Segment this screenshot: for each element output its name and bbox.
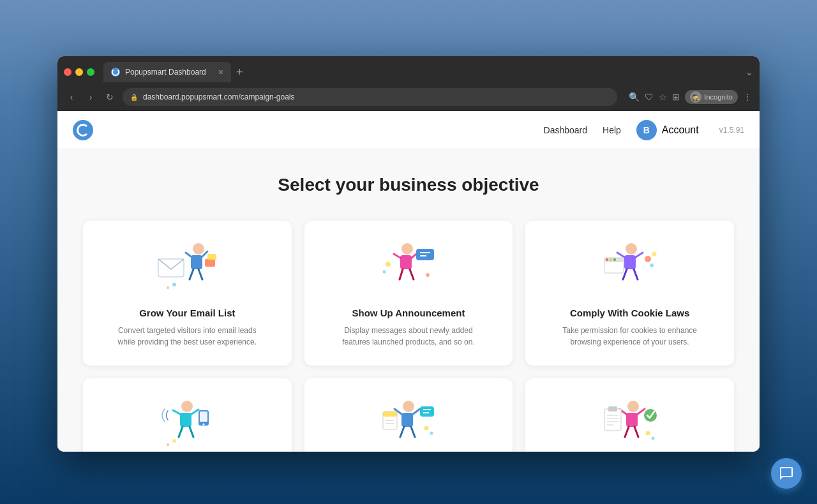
version-tag: v1.5.91 xyxy=(719,126,744,135)
svg-point-45 xyxy=(203,424,205,426)
incognito-badge[interactable]: 🕵 Incognito xyxy=(685,90,738,104)
tab-bar: Popupsmart Dashboard × + ⌄ xyxy=(57,56,760,83)
tab-title: Popupsmart Dashboard xyxy=(125,68,206,77)
svg-point-32 xyxy=(610,258,612,261)
dashboard-link[interactable]: Dashboard xyxy=(544,125,588,135)
svg-line-67 xyxy=(625,427,629,437)
more-icon[interactable]: ⋮ xyxy=(743,92,752,102)
new-tab-button[interactable]: + xyxy=(236,66,243,79)
incognito-icon: 🕵 xyxy=(690,91,701,103)
svg-line-25 xyxy=(636,253,643,257)
svg-rect-2 xyxy=(191,255,202,269)
svg-rect-12 xyxy=(400,255,412,269)
svg-rect-44 xyxy=(200,411,207,422)
svg-rect-49 xyxy=(401,413,413,427)
cards-grid: Grow Your Email List Convert targeted vi… xyxy=(83,221,734,452)
svg-point-37 xyxy=(181,401,193,412)
svg-line-16 xyxy=(410,269,414,279)
svg-line-53 xyxy=(411,427,415,437)
traffic-lights xyxy=(64,68,94,76)
svg-rect-24 xyxy=(624,255,636,269)
navbar: Dashboard Help B Account v1.5.91 xyxy=(57,111,760,149)
card-desc-announcement: Display messages about newly added featu… xyxy=(338,325,479,348)
svg-point-9 xyxy=(172,283,176,286)
svg-line-15 xyxy=(400,269,403,279)
svg-point-35 xyxy=(652,252,656,256)
account-button[interactable]: B Account xyxy=(636,120,699,140)
illustration-email-list xyxy=(155,240,219,297)
svg-line-40 xyxy=(173,410,180,414)
svg-line-14 xyxy=(394,254,400,258)
page-title: Select your business objective xyxy=(83,175,734,195)
page-content: Dashboard Help B Account v1.5.91 Select … xyxy=(57,111,760,452)
card-email-list[interactable]: Grow Your Email List Convert targeted vi… xyxy=(83,221,292,366)
help-link[interactable]: Help xyxy=(603,125,621,135)
search-icon[interactable]: 🔍 xyxy=(629,92,640,102)
svg-point-61 xyxy=(424,426,428,431)
grid-icon[interactable]: ⊞ xyxy=(672,92,680,102)
svg-rect-55 xyxy=(383,411,397,417)
svg-line-50 xyxy=(413,409,420,414)
svg-rect-64 xyxy=(626,413,638,427)
logo[interactable] xyxy=(73,120,93,140)
svg-point-11 xyxy=(401,243,413,255)
card-cookie-laws[interactable]: Comply With Cookie Laws Take permission … xyxy=(525,221,734,366)
svg-point-36 xyxy=(650,263,654,267)
svg-line-42 xyxy=(190,427,193,437)
tab-actions-icon[interactable]: ⌄ xyxy=(746,67,753,77)
illustration-phone-calls xyxy=(155,397,219,452)
browser-tab[interactable]: Popupsmart Dashboard × xyxy=(103,62,231,82)
svg-line-41 xyxy=(179,427,183,437)
card-phone-calls[interactable]: Increase Phone Calls Enhance your call t… xyxy=(83,378,292,452)
svg-point-10 xyxy=(167,286,169,289)
svg-rect-69 xyxy=(604,409,621,431)
address-bar: ‹ › ↻ 🔒 dashboard.popupsmart.com/campaig… xyxy=(57,83,760,111)
svg-point-22 xyxy=(426,273,430,277)
svg-point-34 xyxy=(645,256,651,262)
svg-line-26 xyxy=(617,253,624,257)
card-announcement[interactable]: Show Up Announcement Display messages ab… xyxy=(304,221,513,366)
card-title-email-list: Grow Your Email List xyxy=(139,308,235,318)
svg-point-48 xyxy=(403,401,414,412)
svg-rect-58 xyxy=(420,406,434,417)
forward-button[interactable]: › xyxy=(84,92,97,102)
svg-line-68 xyxy=(634,427,638,437)
maximize-button[interactable] xyxy=(87,68,94,76)
card-products[interactable]: Promote Your Products Market your produc… xyxy=(304,378,513,452)
tab-favicon xyxy=(111,68,120,77)
account-avatar: B xyxy=(636,120,657,140)
shield-icon[interactable]: 🛡 xyxy=(645,92,654,102)
svg-line-4 xyxy=(186,253,191,256)
svg-point-76 xyxy=(645,431,650,436)
card-title-announcement: Show Up Announcement xyxy=(352,308,465,318)
url-field[interactable]: 🔒 dashboard.popupsmart.com/campaign-goal… xyxy=(123,88,617,106)
svg-point-31 xyxy=(606,258,608,261)
incognito-label: Incognito xyxy=(704,93,733,101)
svg-line-39 xyxy=(191,410,199,414)
svg-point-77 xyxy=(651,437,654,440)
star-icon[interactable]: ☆ xyxy=(659,92,667,102)
card-desc-cookie-laws: Take permission for cookies to enhance b… xyxy=(560,325,700,348)
logo-icon xyxy=(77,124,89,137)
back-button[interactable]: ‹ xyxy=(65,92,78,102)
illustration-products xyxy=(377,397,440,452)
browser-actions: 🔍 🛡 ☆ ⊞ 🕵 Incognito ⋮ xyxy=(629,90,752,104)
svg-point-21 xyxy=(382,271,386,274)
svg-point-20 xyxy=(386,262,391,267)
svg-line-6 xyxy=(199,269,202,279)
nav-links: Dashboard Help B Account v1.5.91 xyxy=(544,120,744,140)
svg-line-52 xyxy=(400,427,404,437)
svg-point-33 xyxy=(613,258,616,261)
lock-icon: 🔒 xyxy=(130,94,138,101)
svg-rect-70 xyxy=(608,406,617,411)
svg-rect-17 xyxy=(416,249,434,260)
close-button[interactable] xyxy=(64,68,71,76)
reload-button[interactable]: ↻ xyxy=(103,92,116,102)
card-form-submission[interactable]: Collect Form Submission Gather personal … xyxy=(525,378,734,452)
minimize-button[interactable] xyxy=(75,68,83,76)
svg-rect-8 xyxy=(207,254,216,260)
illustration-form-submission xyxy=(598,397,662,452)
svg-line-5 xyxy=(190,269,193,279)
svg-point-63 xyxy=(627,401,639,412)
tab-close-icon[interactable]: × xyxy=(218,67,223,77)
